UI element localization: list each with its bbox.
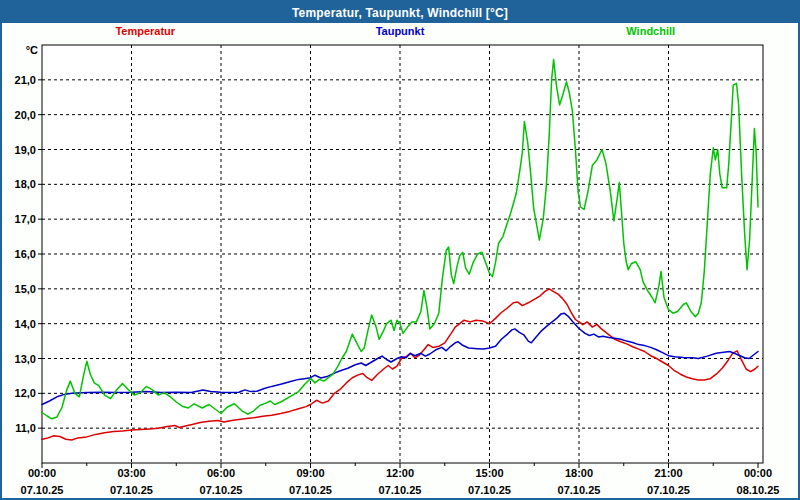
svg-text:00:00: 00:00: [28, 467, 56, 479]
svg-text:20,0: 20,0: [15, 109, 36, 121]
chart-window: Temperatur, Taupunkt, Windchill [°C] Tem…: [0, 0, 800, 500]
svg-text:18:00: 18:00: [565, 467, 593, 479]
svg-text:07.10.25: 07.10.25: [647, 484, 690, 496]
svg-text:12:00: 12:00: [386, 467, 414, 479]
svg-text:19,0: 19,0: [15, 144, 36, 156]
svg-text:07.10.25: 07.10.25: [468, 484, 511, 496]
svg-text:17,0: 17,0: [15, 213, 36, 225]
svg-text:18,0: 18,0: [15, 178, 36, 190]
svg-text:21,0: 21,0: [15, 74, 36, 86]
svg-text:11,0: 11,0: [15, 422, 36, 434]
svg-text:°C: °C: [26, 44, 38, 56]
svg-text:07.10.25: 07.10.25: [21, 484, 64, 496]
svg-text:12,0: 12,0: [15, 387, 36, 399]
svg-text:07.10.25: 07.10.25: [289, 484, 332, 496]
svg-text:15,0: 15,0: [15, 283, 36, 295]
svg-text:07.10.25: 07.10.25: [110, 484, 153, 496]
svg-text:21:00: 21:00: [654, 467, 682, 479]
svg-text:03:00: 03:00: [117, 467, 145, 479]
svg-text:15:00: 15:00: [475, 467, 503, 479]
svg-text:07.10.25: 07.10.25: [200, 484, 243, 496]
svg-text:09:00: 09:00: [296, 467, 324, 479]
svg-text:07.10.25: 07.10.25: [379, 484, 422, 496]
svg-text:16,0: 16,0: [15, 248, 36, 260]
svg-text:00:00: 00:00: [744, 467, 772, 479]
svg-text:06:00: 06:00: [207, 467, 235, 479]
svg-text:13,0: 13,0: [15, 353, 36, 365]
plot-area[interactable]: 11,012,013,014,015,016,017,018,019,020,0…: [2, 2, 800, 500]
svg-text:14,0: 14,0: [15, 318, 36, 330]
svg-text:08.10.25: 08.10.25: [737, 484, 780, 496]
svg-text:07.10.25: 07.10.25: [558, 484, 601, 496]
